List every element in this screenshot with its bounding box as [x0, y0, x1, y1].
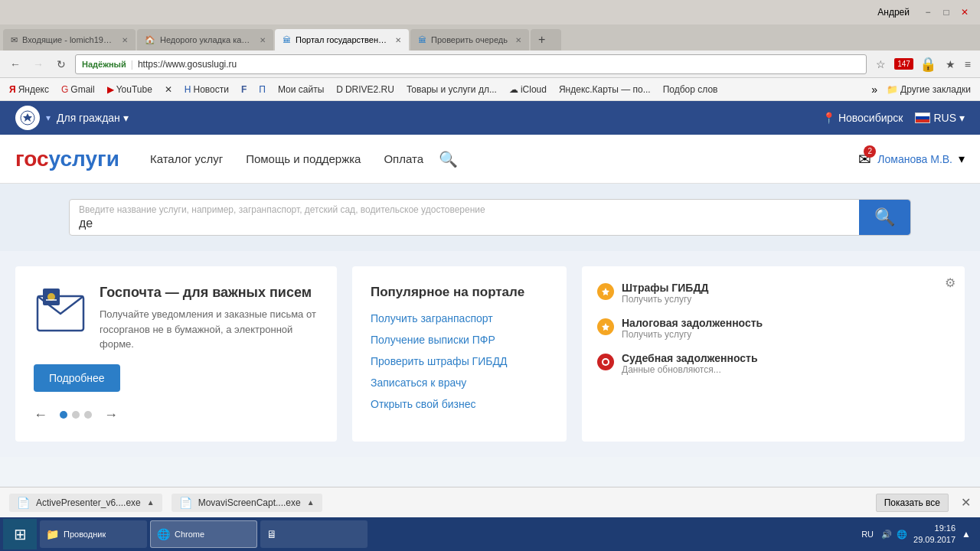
tab-close-4[interactable]: ✕ — [515, 36, 521, 44]
bookmark-fb-favicon: F — [241, 84, 247, 95]
search-submit-icon: 🔍 — [874, 207, 895, 227]
bookmark-mysites[interactable]: Мои сайты — [275, 83, 327, 96]
taskbar-item-chrome[interactable]: 🌐 Chrome — [150, 520, 257, 548]
bookmark-fb[interactable]: F — [238, 83, 250, 96]
gospost-next-btn[interactable]: → — [104, 407, 118, 423]
for-citizens-btn[interactable]: Для граждан ▾ — [57, 112, 129, 124]
popular-link-3[interactable]: Записаться к врачу — [371, 377, 548, 389]
download-bar-close-button[interactable]: ✕ — [961, 495, 971, 510]
for-citizens-label: Для граждан — [57, 112, 120, 124]
browser-tab-new[interactable]: + — [531, 29, 561, 51]
taskbar-item-monitor[interactable]: 🖥 — [260, 520, 368, 548]
popular-link-4[interactable]: Открыть свой бизнес — [371, 398, 548, 410]
gosuslugi-logo[interactable]: госуслуги — [15, 147, 119, 171]
bookmark-icloud[interactable]: ☁ iCloud — [506, 83, 550, 96]
browser-tab-4[interactable]: 🏛 Проверить очередь ✕ — [410, 29, 529, 51]
dl-expand-0[interactable]: ▲ — [147, 498, 155, 507]
bookmark-yandex-favicon: Я — [9, 84, 16, 95]
search-submit-button[interactable]: 🔍 — [859, 200, 910, 235]
tray-lang: RU — [861, 530, 874, 539]
ext-icon-1[interactable]: 147 — [894, 58, 913, 70]
taskbar: ⊞ 📁 Проводник 🌐 Chrome 🖥 RU 🔊 🌐 19:16 29… — [0, 517, 980, 551]
tab-close-2[interactable]: ✕ — [260, 36, 266, 44]
ext-icon-3[interactable]: ★ — [942, 57, 959, 72]
fav-sub-2: Данные обновляются... — [622, 364, 758, 375]
nav-payment[interactable]: Оплата — [384, 152, 423, 165]
gospost-text: Госпочта — для важных писем Получайте ув… — [100, 285, 318, 352]
tab-close-3[interactable]: ✕ — [395, 36, 401, 44]
gospost-more-button[interactable]: Подробнее — [34, 364, 120, 392]
bookmark-x[interactable]: ✕ — [162, 83, 175, 96]
bookmark-star-button[interactable]: ☆ — [871, 55, 890, 73]
bookmark-mysites-label: Мои сайты — [278, 84, 324, 95]
window-minimize-btn[interactable]: − — [919, 3, 937, 21]
start-icon: ⊞ — [14, 525, 27, 543]
dot-1 — [60, 411, 67, 419]
browser-tab-1[interactable]: ✉ Входящие - lomich198... ✕ — [3, 29, 136, 51]
popular-link-1[interactable]: Получение выписки ПФР — [371, 334, 548, 346]
start-button[interactable]: ⊞ — [3, 519, 37, 549]
bookmark-drive2[interactable]: D DRIVE2.RU — [333, 83, 397, 96]
browser-tab-3[interactable]: 🏛 Портал государственн... ✕ — [275, 29, 409, 51]
address-url: https://www.gosuslugi.ru — [138, 59, 237, 70]
tray-hide-btn[interactable]: ▲ — [962, 529, 971, 540]
back-button[interactable]: ← — [6, 55, 24, 73]
bookmark-yandex[interactable]: Я Яндекс — [6, 83, 52, 96]
site-top-chevron[interactable]: ▾ — [46, 112, 51, 123]
bookmark-drive2-favicon: D — [336, 84, 343, 95]
window-maximize-btn[interactable]: □ — [937, 3, 956, 21]
browser-toolbar: ← → ↻ Надёжный | https://www.gosuslugi.r… — [0, 51, 980, 78]
tab-favicon-3: 🏛 — [283, 35, 291, 44]
gov-logo — [15, 106, 40, 130]
search-input-wrap[interactable]: Введите название услуги, например, загра… — [70, 200, 859, 235]
bookmark-youtube[interactable]: ▶ YouTube — [104, 83, 155, 96]
secure-label: Надёжный — [82, 60, 126, 69]
fav-item-1: Налоговая задолженность Получить услугу — [597, 317, 949, 340]
forward-button[interactable]: → — [29, 55, 47, 73]
user-area[interactable]: ✉ 2 Ломанова М.В. ▾ — [858, 150, 965, 168]
dl-expand-1[interactable]: ▲ — [307, 498, 315, 507]
mail-badge: 2 — [864, 145, 876, 158]
bookmark-gmail[interactable]: G Gmail — [58, 83, 98, 96]
bookmark-folder-icon: 📁 — [887, 84, 898, 95]
bookmark-goods[interactable]: Товары и услуги дл... — [403, 83, 500, 96]
ext-icon-2[interactable]: 🔒 — [916, 54, 939, 74]
dl-icon-1: 📄 — [179, 497, 192, 509]
lang-btn[interactable]: RUS ▾ — [915, 112, 965, 124]
address-bar[interactable]: Надёжный | https://www.gosuslugi.ru — [75, 54, 867, 74]
taskbar-tray: RU 🔊 🌐 — [861, 530, 907, 540]
gospost-prev-btn[interactable]: ← — [34, 407, 47, 423]
dl-label-0: ActivePresenter_v6....exe — [36, 497, 141, 508]
refresh-button[interactable]: ↻ — [52, 55, 70, 73]
bookmark-news[interactable]: Н Новости — [181, 83, 232, 96]
fav-sub-1: Получить услугу — [622, 329, 763, 340]
search-box: Введите название услуги, например, загра… — [69, 199, 911, 236]
bookmark-gmail-label: Gmail — [70, 84, 94, 95]
nav-catalog[interactable]: Каталог услуг — [150, 152, 223, 165]
browser-tabs: ✉ Входящие - lomich198... ✕ 🏠 Недорого у… — [0, 24, 980, 51]
popular-link-0[interactable]: Получить загранпаспорт — [371, 312, 548, 324]
taskbar-item-explorer[interactable]: 📁 Проводник — [40, 520, 147, 548]
bookmarks-more-icon[interactable]: » — [871, 83, 877, 96]
window-close-btn[interactable]: ✕ — [956, 3, 974, 21]
address-separator: | — [131, 59, 133, 70]
bookmark-other[interactable]: 📁 Другие закладки — [884, 83, 974, 96]
favorites-gear-button[interactable]: ⚙ — [945, 276, 956, 290]
nav-help[interactable]: Помощь и поддержка — [246, 152, 361, 165]
location-btn[interactable]: 📍 Новосибирск — [822, 112, 903, 124]
clock-date: 29.09.2017 — [913, 534, 956, 546]
bookmark-wordstat[interactable]: Подбор слов — [660, 83, 721, 96]
header-search-icon[interactable]: 🔍 — [439, 150, 458, 168]
dl-icon-0: 📄 — [17, 497, 30, 509]
bookmark-news-label: Новости — [194, 84, 229, 95]
main-nav: Каталог услуг Помощь и поддержка Оплата — [150, 152, 423, 165]
popular-link-2[interactable]: Проверить штрафы ГИБДД — [371, 355, 548, 367]
tab-close-1[interactable]: ✕ — [122, 36, 128, 44]
bookmark-p[interactable]: П — [256, 83, 269, 96]
download-show-all-button[interactable]: Показать все — [876, 494, 949, 512]
ext-more-btn[interactable]: ≡ — [962, 57, 974, 72]
tab-favicon-1: ✉ — [11, 35, 18, 45]
tab-label-4: Проверить очередь — [431, 35, 508, 44]
browser-tab-2[interactable]: 🏠 Недорого укладка каф... ✕ — [137, 29, 273, 51]
bookmark-maps[interactable]: Яндекс.Карты — по... — [556, 83, 654, 96]
